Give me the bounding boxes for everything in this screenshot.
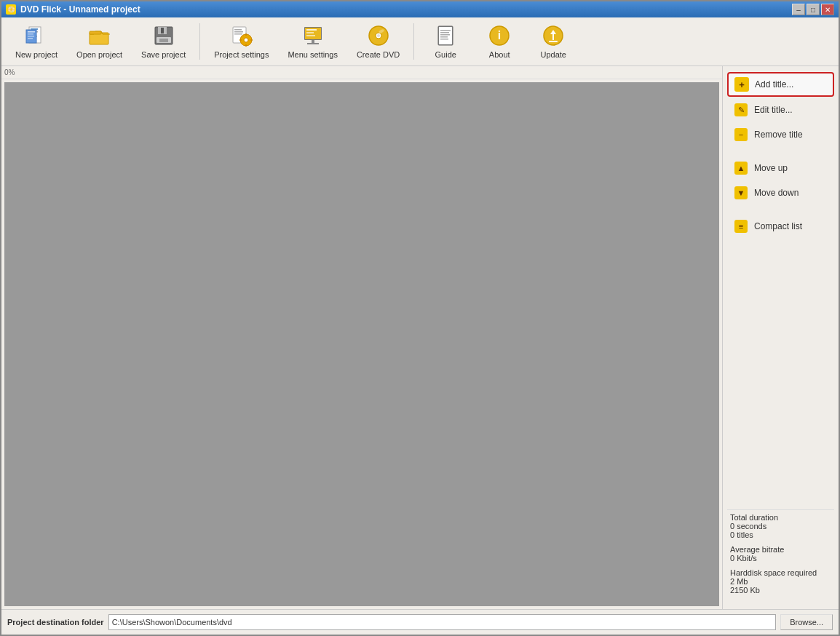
about-button[interactable]: i About: [474, 20, 525, 63]
update-button[interactable]: Update: [528, 20, 579, 63]
create-dvd-label: Create DVD: [357, 50, 400, 59]
svg-rect-33: [312, 40, 314, 43]
svg-rect-45: [440, 39, 448, 40]
svg-rect-7: [28, 31, 35, 33]
hd-space-group: Harddisk space required 2 Mb 2150 Kb: [730, 568, 831, 595]
svg-rect-27: [250, 39, 253, 41]
app-icon: 📀: [6, 4, 16, 15]
right-panel: + Add title... ✎ Edit title... − Remove …: [722, 66, 839, 609]
restore-button[interactable]: □: [807, 4, 820, 15]
avg-bitrate-label: Average bitrate: [730, 545, 831, 554]
hd-space-val1: 2 Mb: [730, 577, 831, 586]
new-project-icon: [25, 24, 48, 47]
edit-title-label: Edit title...: [754, 105, 793, 115]
svg-rect-42: [440, 32, 449, 33]
avg-bitrate-group: Average bitrate 0 Kbit/s: [730, 545, 831, 563]
minimize-button[interactable]: –: [792, 4, 805, 15]
about-icon: i: [488, 24, 511, 47]
create-dvd-icon: [367, 24, 390, 47]
edit-title-button[interactable]: ✎ Edit title...: [727, 98, 834, 122]
svg-rect-10: [28, 38, 33, 39]
svg-rect-30: [306, 29, 317, 31]
svg-rect-43: [440, 34, 450, 36]
stats-area: Total duration 0 seconds 0 titles Averag…: [727, 509, 834, 603]
svg-rect-19: [234, 29, 242, 31]
title-bar-text: 📀 DVD Flick - Unnamed project: [6, 4, 140, 15]
progress-text: 0%: [4, 68, 15, 76]
total-duration-val1: 0 seconds: [730, 522, 831, 530]
move-down-button[interactable]: ▼ Move down: [727, 181, 834, 204]
path-input[interactable]: [108, 614, 777, 630]
save-project-label: Save project: [141, 50, 186, 59]
svg-rect-8: [28, 33, 33, 35]
svg-rect-40: [439, 27, 452, 44]
progress-bar-area: 0%: [1, 66, 722, 79]
svg-rect-21: [234, 33, 242, 35]
svg-rect-34: [307, 43, 319, 44]
save-project-button[interactable]: Save project: [133, 20, 194, 63]
hd-space-label: Harddisk space required: [730, 568, 831, 577]
separator-4: [727, 206, 834, 213]
svg-text:i: i: [498, 29, 501, 41]
svg-rect-44: [440, 36, 448, 38]
total-duration-val2: 0 titles: [730, 530, 831, 539]
menu-settings-button[interactable]: Menu settings: [280, 20, 345, 63]
svg-rect-20: [234, 31, 243, 33]
svg-rect-25: [245, 44, 247, 47]
svg-rect-26: [239, 39, 242, 41]
svg-rect-15: [161, 28, 164, 33]
remove-title-label: Remove title: [754, 130, 803, 140]
save-project-icon: [152, 24, 175, 47]
menu-settings-icon: [301, 24, 325, 47]
create-dvd-button[interactable]: Create DVD: [349, 20, 408, 63]
svg-rect-9: [28, 36, 34, 37]
compact-list-icon: ≡: [734, 219, 748, 234]
move-down-label: Move down: [754, 188, 799, 198]
project-settings-icon: [230, 24, 253, 47]
svg-rect-49: [549, 41, 558, 42]
close-button[interactable]: ✕: [821, 4, 834, 15]
total-duration-label: Total duration: [730, 513, 831, 522]
move-up-icon: ▲: [734, 161, 748, 175]
separator-2: [413, 23, 414, 60]
svg-rect-17: [159, 39, 168, 42]
compact-list-button[interactable]: ≡ Compact list: [727, 215, 834, 238]
menu-settings-label: Menu settings: [288, 50, 337, 59]
update-label: Update: [540, 50, 566, 59]
edit-title-icon: ✎: [734, 103, 748, 117]
main-area: 0% + Add title... ✎ Edit title... −: [1, 66, 839, 609]
add-title-button[interactable]: + Add title...: [727, 72, 834, 97]
total-duration-group: Total duration 0 seconds 0 titles: [730, 513, 831, 539]
svg-point-37: [377, 34, 380, 37]
guide-button[interactable]: Guide: [420, 20, 471, 63]
main-window: 📀 DVD Flick - Unnamed project – □ ✕: [0, 0, 840, 636]
separator-3: [727, 148, 834, 155]
move-down-icon: ▼: [734, 186, 748, 200]
compact-list-label: Compact list: [754, 221, 802, 231]
bottom-bar: Project destination folder Browse...: [1, 609, 839, 635]
title-bar-buttons: – □ ✕: [792, 4, 834, 15]
svg-rect-32: [306, 35, 315, 36]
svg-rect-12: [90, 31, 101, 34]
avg-bitrate-val: 0 Kbit/s: [730, 554, 831, 563]
move-up-label: Move up: [754, 163, 788, 173]
about-label: About: [489, 50, 510, 59]
open-project-icon: [88, 24, 111, 47]
add-title-label: Add title...: [755, 79, 793, 90]
guide-label: Guide: [435, 50, 456, 59]
browse-button[interactable]: Browse...: [780, 614, 833, 630]
new-project-button[interactable]: New project: [7, 20, 66, 63]
open-project-button[interactable]: Open project: [68, 20, 130, 63]
project-settings-button[interactable]: Project settings: [206, 20, 277, 63]
move-up-button[interactable]: ▲ Move up: [727, 156, 834, 180]
hd-space-val2: 2150 Kb: [730, 586, 831, 595]
project-settings-label: Project settings: [214, 50, 269, 59]
svg-rect-31: [306, 32, 314, 33]
guide-icon: [434, 24, 457, 47]
remove-title-icon: −: [734, 127, 748, 142]
window-title: DVD Flick - Unnamed project: [20, 4, 140, 15]
update-icon: [542, 24, 565, 47]
remove-title-button[interactable]: − Remove title: [727, 123, 834, 146]
video-area: [4, 82, 719, 606]
open-project-label: Open project: [76, 50, 122, 59]
